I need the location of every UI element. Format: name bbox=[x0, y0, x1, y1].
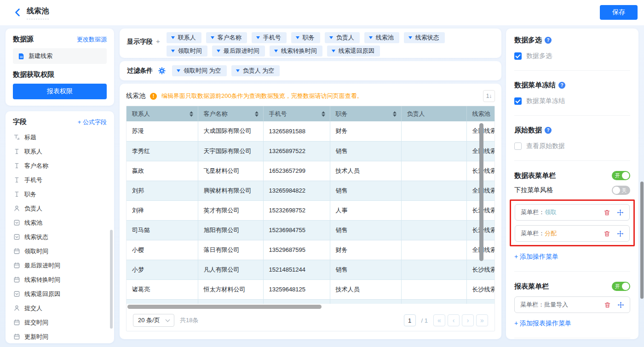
display-field-chip[interactable]: 线索退回原因 bbox=[327, 46, 380, 57]
help-icon[interactable]: ? bbox=[545, 37, 552, 44]
display-field-chip[interactable]: 最后跟进时间 bbox=[212, 46, 265, 57]
checkbox-checked-icon[interactable] bbox=[514, 52, 522, 60]
column-header[interactable]: 联系人 bbox=[126, 106, 198, 121]
report-permission-button[interactable]: 报表权限 bbox=[13, 84, 107, 99]
display-field-chip[interactable]: 负责人 bbox=[325, 32, 360, 43]
save-button[interactable]: 保存 bbox=[600, 5, 638, 20]
help-icon[interactable]: ? bbox=[545, 127, 552, 134]
display-field-chip[interactable]: 线索转换时间 bbox=[270, 46, 322, 57]
add-formula-field-link[interactable]: + 公式字段 bbox=[78, 118, 107, 126]
table-row[interactable]: 刘禅英才有限公司15232698752人事长沙线索 bbox=[126, 200, 494, 220]
move-icon[interactable] bbox=[617, 301, 624, 308]
table-row[interactable]: 刘邦腾骏材料有限公司13265984822销售全国线索 bbox=[126, 181, 494, 200]
table-row[interactable]: 诸葛亮恒太方材料公司13259648125技术人员长沙线索 bbox=[126, 279, 494, 299]
table-row[interactable]: 嬴政飞星材料公司16523657299技术人员长沙线索 bbox=[126, 161, 494, 181]
table-cell: 小樱 bbox=[126, 240, 198, 260]
field-item[interactable]: 提交时间 bbox=[13, 315, 107, 330]
column-header[interactable]: 客户名称 bbox=[198, 106, 263, 121]
column-header[interactable]: 职务 bbox=[330, 106, 401, 121]
display-field-chip[interactable]: 联系人 bbox=[167, 32, 201, 43]
back-icon[interactable] bbox=[13, 7, 23, 17]
help-icon[interactable]: ? bbox=[558, 82, 565, 89]
table-horizontal-scrollbar[interactable] bbox=[127, 305, 322, 309]
menu-item[interactable]: 菜单栏：分配 bbox=[515, 225, 630, 242]
dropdown-style-toggle-off[interactable]: 关 bbox=[612, 186, 630, 195]
page-title[interactable]: 线索池 bbox=[27, 6, 49, 19]
filter-chip[interactable]: 领取时间 为空 bbox=[172, 65, 227, 76]
table-cell: 刘禅 bbox=[126, 200, 198, 220]
display-field-chips-row1: 联系人客户名称手机号职务负责人线索池线索状态 bbox=[167, 32, 494, 43]
field-item[interactable]: 线索池 bbox=[13, 216, 107, 230]
display-field-chip[interactable]: 客户名称 bbox=[206, 32, 247, 43]
checkbox-checked-icon[interactable] bbox=[514, 97, 522, 105]
toggle-knob bbox=[622, 283, 629, 290]
add-report-action-menu-link[interactable]: + 添加报表操作菜单 bbox=[514, 319, 630, 328]
display-field-chip-label: 线索池 bbox=[376, 34, 394, 42]
field-item[interactable]: 领取时间 bbox=[13, 244, 107, 258]
multi-select-checkbox-row[interactable]: 数据多选 bbox=[514, 52, 630, 60]
menu-item[interactable]: 菜单栏：领取 bbox=[515, 204, 630, 221]
field-item[interactable]: 职务 bbox=[13, 187, 107, 201]
move-icon[interactable] bbox=[616, 230, 624, 237]
field-item[interactable]: 联系人 bbox=[13, 144, 107, 159]
sort-arrows-icon[interactable] bbox=[322, 111, 325, 117]
field-item[interactable]: 最后跟进时间 bbox=[13, 258, 107, 273]
field-item[interactable]: 标题 bbox=[13, 130, 107, 144]
filter-chip-label: 领取时间 为空 bbox=[184, 67, 221, 75]
table-vertical-scrollbar[interactable] bbox=[479, 123, 483, 261]
delete-icon[interactable] bbox=[603, 230, 610, 237]
display-field-chip[interactable]: 职务 bbox=[291, 32, 320, 43]
checkbox-unchecked-icon[interactable] bbox=[514, 142, 522, 150]
add-display-field-button[interactable]: + bbox=[156, 37, 160, 45]
table-row[interactable]: 小樱落日有限公司13529687595财务全国线索 bbox=[126, 240, 494, 260]
divider bbox=[514, 338, 630, 338]
sort-arrows-icon[interactable] bbox=[255, 111, 259, 117]
move-icon[interactable] bbox=[616, 209, 624, 216]
filter-chip[interactable]: 负责人 为空 bbox=[231, 65, 280, 76]
last-page-button[interactable]: » bbox=[476, 314, 488, 326]
sort-arrows-icon[interactable] bbox=[393, 111, 397, 117]
field-item[interactable]: 更新时间 bbox=[13, 330, 107, 343]
field-item[interactable]: 线索状态 bbox=[13, 230, 107, 244]
page-number-input[interactable]: 1 bbox=[404, 314, 416, 326]
display-field-chip[interactable]: 领取时间 bbox=[167, 46, 207, 57]
menu-item[interactable]: 菜单栏：批量导入 bbox=[514, 296, 630, 313]
report-menu-toggle-on[interactable]: 开 bbox=[612, 282, 630, 291]
raw-data-checkbox-row[interactable]: 查看原始数据 bbox=[514, 142, 630, 150]
add-action-menu-link[interactable]: + 添加操作菜单 bbox=[514, 253, 630, 261]
table-row[interactable]: 小梦凡人有限公司15214851244销售长沙线索 bbox=[126, 260, 494, 279]
field-item[interactable]: 线索转换时间 bbox=[13, 273, 107, 287]
next-page-button[interactable]: › bbox=[462, 314, 474, 326]
first-page-button[interactable]: « bbox=[433, 314, 445, 326]
column-header[interactable]: 线索池 bbox=[466, 106, 494, 121]
display-field-chip[interactable]: 线索池 bbox=[364, 32, 399, 43]
sort-arrows-icon[interactable] bbox=[190, 111, 193, 117]
page-size-select[interactable]: 20 条/页 bbox=[133, 314, 174, 327]
fields-scrollbar[interactable] bbox=[110, 230, 113, 329]
display-field-chip[interactable]: 手机号 bbox=[252, 32, 287, 43]
field-item[interactable]: 线索退回原因 bbox=[13, 287, 107, 301]
table-menu-toggle-on[interactable]: 开 bbox=[612, 171, 630, 180]
sort-order-icon[interactable]: 1↓ bbox=[483, 90, 495, 102]
menu-freeze-checkbox-row[interactable]: 数据菜单冻结 bbox=[514, 97, 630, 105]
caret-down-icon bbox=[332, 50, 335, 52]
page-vertical-scrollbar[interactable] bbox=[640, 182, 644, 299]
gear-icon[interactable] bbox=[158, 67, 166, 74]
datasource-item[interactable]: 新建线索 bbox=[13, 48, 107, 64]
table-row[interactable]: 司马懿旭阳有限公司15236984755销售长沙线索 bbox=[126, 220, 494, 240]
table-row[interactable]: 李秀红天宇国际有限公司13265897522销售全国线索 bbox=[126, 141, 494, 161]
prev-page-button[interactable]: ‹ bbox=[448, 314, 460, 326]
field-item[interactable]: 负责人 bbox=[13, 201, 107, 216]
field-item[interactable]: 提交人 bbox=[13, 301, 107, 315]
delete-icon[interactable] bbox=[603, 209, 610, 216]
change-datasource-link[interactable]: 更改数据源 bbox=[77, 35, 107, 44]
table-cell: 司马懿 bbox=[126, 220, 198, 240]
column-header[interactable]: 手机号 bbox=[263, 106, 330, 121]
delete-icon[interactable] bbox=[604, 301, 611, 308]
field-item[interactable]: 客户名称 bbox=[13, 159, 107, 173]
column-header[interactable]: 负责人 bbox=[401, 106, 466, 121]
display-field-chip[interactable]: 线索状态 bbox=[404, 32, 445, 43]
field-item[interactable]: 手机号 bbox=[13, 173, 107, 187]
table-row[interactable]: 苏漫大成国际有限公司13265891588财务全国线索 bbox=[126, 121, 494, 141]
display-fields-label: 显示字段+ bbox=[127, 37, 160, 54]
